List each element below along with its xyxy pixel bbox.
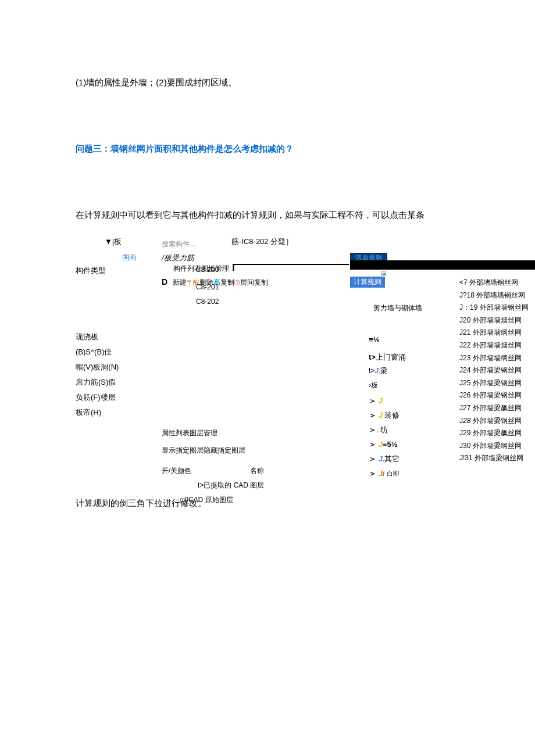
sym-c-prefix: t> <box>369 367 374 375</box>
shear-masonry-wall-label: 剪力墙与砌体墙 <box>373 303 422 313</box>
dropdown-triangle-icon[interactable]: ▼|板 <box>105 237 122 247</box>
list-item[interactable]: J30 外部墙梁纲丝网 <box>459 440 529 453</box>
link-guohua[interactable]: 国画 <box>122 253 136 263</box>
list-item[interactable]: J?18 外部墙墙钢丝网 <box>459 289 529 302</box>
li-icon: .li <box>379 469 385 478</box>
sym-f-text: 装修 <box>383 411 400 420</box>
sym-f-prefix: ＞ <box>369 411 376 420</box>
item-c8-201[interactable]: C8-201 <box>196 283 219 291</box>
item-c8-202[interactable]: C8-202 <box>196 298 219 306</box>
search-input-placeholder[interactable]: 搜索构件… <box>162 239 197 249</box>
r12b: 28 <box>463 417 470 425</box>
left-term-list: 现浇板 (B)S^(B)佳 帽(V)板洞(N) 席力筋(S)假 负筋(F)楼层 … <box>76 329 119 420</box>
top-right-label: 筋-IC8-202 分疑］ <box>231 237 293 247</box>
tree-node-h[interactable]: ＞ J≡5½ <box>369 437 398 452</box>
info-icon: ⓘ <box>234 280 240 286</box>
sym-g-text: . 坊 <box>376 425 388 434</box>
sym-c-text: 梁 <box>380 367 387 375</box>
rule-right-list: <7 外部堵墙钢丝网 J?18 外部墙墙钢丝网 J：19 外部墙墙钢丝网 J20… <box>459 277 529 465</box>
j-icon: J. <box>374 367 380 375</box>
extracted-cad-layer-label: t>已提取的 CAD 图层 <box>198 481 264 490</box>
list-item[interactable]: J20 外部墙墙烟丝网 <box>459 314 529 327</box>
name-column-label: 名称 <box>250 466 264 476</box>
list-item[interactable]: J28 外部墙梁钢丝网 <box>459 415 529 428</box>
tree-node-beam[interactable]: t>J.梁 <box>369 364 387 378</box>
tree-node-decoration[interactable]: ＞ J 装修 <box>369 408 400 422</box>
layer-copy-button[interactable]: 层间复制 <box>240 278 268 286</box>
item-c8-200[interactable]: C8-200 <box>196 266 219 274</box>
show-hide-layer-label: 显示指定图层隐藏指定图层 <box>162 446 245 456</box>
list-item[interactable]: J29 外部墙梁飙丝网 <box>459 427 529 440</box>
term-b: (B)S^(B)佳 <box>76 345 119 360</box>
sym-b-prefix: t> <box>369 353 376 361</box>
copy-button[interactable]: 复制 <box>220 278 234 286</box>
list-item[interactable]: J25 外部墙梁钢丝网 <box>459 377 529 390</box>
tree-node-e[interactable]: ＞ J <box>369 393 383 408</box>
sym-i-prefix: ＞ <box>369 454 376 463</box>
term-f: 板帝(H) <box>76 405 119 420</box>
term-d: 席力筋(S)假 <box>76 375 119 390</box>
divider-line <box>233 264 349 265</box>
sym-h-prefix: ＞ <box>369 440 376 449</box>
rule-intro-text: 在计算规则中可以看到它与其他构件扣减的计算规则，如果与实际工程不符，可以点击某条 <box>76 208 535 222</box>
sym-j-prefix: ＞ <box>369 469 376 478</box>
sym-g-prefix: ＞ <box>369 425 376 434</box>
sym-e-prefix: ＞ <box>369 396 376 405</box>
sym-j-text: 白即 <box>384 470 399 477</box>
j-icon: J <box>379 396 383 405</box>
list-item[interactable]: J：19 外部墙墙钢丝网 <box>459 302 529 314</box>
sym-d-text: 板 <box>371 381 378 389</box>
toggle-color-label: 开/关颜色 <box>162 466 191 476</box>
list-item[interactable]: J24 外部墙梁钢丝网 <box>459 364 529 377</box>
page: (1)墙的属性是外墙；(2)要围成封闭区域。 问题三：墙钢丝网片面积和其他构件是… <box>0 0 535 756</box>
sym-i-text: 其它 <box>384 454 400 463</box>
term-a: 现浇板 <box>76 329 119 345</box>
intro-line: (1)墙的属性是外墙；(2)要围成封闭区域。 <box>76 76 535 89</box>
tree-node-door-window[interactable]: t>上门窗涌 <box>369 350 406 364</box>
j-icon: J <box>379 411 383 420</box>
list-item[interactable]: J21 外部墙墙纲丝网 <box>459 327 529 339</box>
calc-rule-tab[interactable]: 计算规则 <box>350 277 385 288</box>
new-button[interactable]: 新建 <box>173 278 187 286</box>
list-item[interactable]: J22 外部墙墙烟丝网 <box>459 339 529 352</box>
j-icon: J. <box>379 454 385 463</box>
sym-h-text: ≡5½ <box>383 440 398 449</box>
list-item[interactable]: J23 外部墙墙纲丝网 <box>459 352 529 365</box>
term-e: 负筋(F)楼层 <box>76 390 119 405</box>
final-instruction-line: 计算规则的倒三角下拉进行修改。 <box>76 498 206 509</box>
slab-rebar-label: /板受力筋 <box>162 253 194 263</box>
black-bar <box>350 260 535 270</box>
attribute-layer-mgmt-label: 属性列表图层管理 <box>162 428 217 438</box>
question-3-heading: 问题三：墙钢丝网片面积和其他构件是怎么考虑扣减的？ <box>76 142 535 156</box>
r12c: 外部墙梁钢丝网 <box>470 417 521 425</box>
tree-node-slab[interactable]: ›板 <box>369 379 378 392</box>
tree-node-g[interactable]: ＞. 坊 <box>369 422 388 437</box>
term-c: 帽(V)板洞(N) <box>76 360 119 375</box>
component-type-label: 构件类型 <box>76 266 106 276</box>
sym-b-text: 上门窗涌 <box>376 353 406 361</box>
tree-node-other[interactable]: ＞ J.其它 <box>369 452 400 466</box>
list-item[interactable]: J27 外部墙梁飙丝网 <box>459 402 529 415</box>
tree-node-j[interactable]: ＞ .li 白即 <box>369 466 400 481</box>
list-item[interactable]: J26 外部墙梁钢丝网 <box>459 389 529 402</box>
list-item[interactable]: <7 外部堵墙钢丝网 <box>459 277 529 289</box>
tree-sym-a[interactable]: ≡⅛ <box>369 332 379 347</box>
j-icon: J <box>379 440 383 449</box>
d-letter: D <box>162 277 167 286</box>
list-item[interactable]: J!31 外部墙梁钢丝网 <box>459 452 529 465</box>
